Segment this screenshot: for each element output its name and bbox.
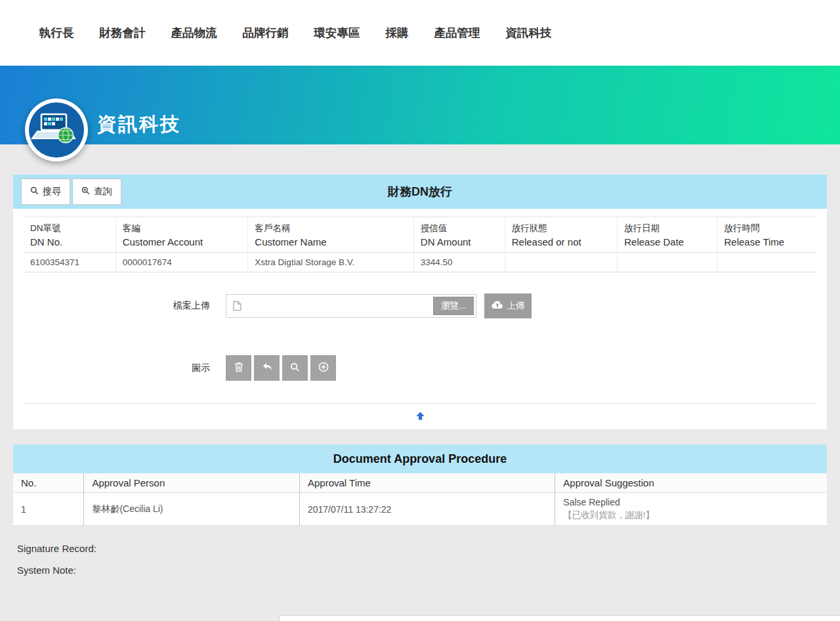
cloud-upload-icon xyxy=(492,301,503,311)
approval-row: 1 黎林齡(Cecilia Li) 2017/07/11 13:27:22 Sa… xyxy=(13,493,827,526)
dn-table-header-row: DN單號DN No. 客編Customer Account 客戶名稱Custom… xyxy=(24,217,816,253)
back-to-top-button[interactable] xyxy=(409,408,432,425)
query-button-label: 查詢 xyxy=(94,186,112,198)
page: 執行長 財務會計 產品物流 品牌行銷 環安專區 採購 產品管理 資訊科技 xyxy=(0,0,840,621)
arrow-up-icon xyxy=(415,413,425,423)
file-upload-row: 檔案上傳 瀏覽... 上傳 xyxy=(24,293,816,318)
column-header-approval-suggestion: Approval Suggestion xyxy=(555,473,827,493)
approval-panel: Document Approval Procedure No. Approval… xyxy=(13,444,827,526)
cell-release-date xyxy=(618,253,717,272)
approval-panel-title: Document Approval Procedure xyxy=(13,444,827,473)
cell-dn-amount: 3344.50 xyxy=(413,253,505,272)
column-header-release-date: 放行日期Release Date xyxy=(618,217,717,253)
column-header-released: 放行狀態Released or not xyxy=(505,217,618,253)
nav-item-it[interactable]: 資訊科技 xyxy=(506,25,552,41)
column-header-approval-person: Approval Person xyxy=(84,473,300,493)
header-button-group: 搜尋 查詢 xyxy=(21,179,121,205)
panel-footer xyxy=(24,403,816,429)
upload-button[interactable]: 上傳 xyxy=(484,293,532,318)
dn-table-row: 6100354371 0000017674 Xstra Digtial Stor… xyxy=(24,253,816,272)
undo-button[interactable] xyxy=(254,355,280,381)
cell-customer-name: Xstra Digtial Storage B.V. xyxy=(248,253,413,272)
column-header-dn-amount: 授信值DN Amount xyxy=(413,217,505,253)
icon-button-group xyxy=(226,355,336,381)
nav-item-ceo[interactable]: 執行長 xyxy=(39,25,74,41)
nav-item-procurement[interactable]: 採購 xyxy=(386,25,409,41)
column-header-approval-time: Approval Time xyxy=(299,473,555,493)
icons-row: 圖示 xyxy=(24,355,816,381)
system-note-label: System Note: xyxy=(17,565,840,576)
upload-button-label: 上傳 xyxy=(507,300,525,312)
icons-label: 圖示 xyxy=(24,362,226,374)
cell-released xyxy=(505,253,618,272)
suggestion-line2: 【已收到貨款，謝謝!】 xyxy=(563,509,819,521)
zoom-in-icon xyxy=(81,186,90,197)
signature-record-label: Signature Record: xyxy=(17,543,840,554)
nav-item-product-management[interactable]: 產品管理 xyxy=(434,25,480,41)
column-header-dn-no: DN單號DN No. xyxy=(24,217,116,253)
dn-panel-header: 搜尋 查詢 財務DN放行 xyxy=(13,175,827,209)
top-navigation: 執行長 財務會計 產品物流 品牌行銷 環安專區 採購 產品管理 資訊科技 xyxy=(0,0,840,66)
bottom-strip xyxy=(279,615,840,621)
undo-arrow-icon xyxy=(262,362,272,374)
file-upload-box[interactable]: 瀏覽... xyxy=(226,294,476,318)
browse-button[interactable]: 瀏覽... xyxy=(433,297,474,315)
dn-release-panel: 搜尋 查詢 財務DN放行 DN單號DN No. xyxy=(13,175,827,429)
column-header-customer-account: 客編Customer Account xyxy=(116,217,248,253)
dn-table: DN單號DN No. 客編Customer Account 客戶名稱Custom… xyxy=(24,217,816,272)
nav-item-ehs[interactable]: 環安專區 xyxy=(314,25,360,41)
laptop-globe-icon xyxy=(24,97,89,163)
plus-circle-icon xyxy=(318,362,329,374)
add-button[interactable] xyxy=(310,355,336,381)
cell-approval-time: 2017/07/11 13:27:22 xyxy=(299,493,555,526)
column-header-release-time: 放行時間Release Time xyxy=(717,217,816,253)
cell-no: 1 xyxy=(13,493,84,526)
footer-notes: Signature Record: System Note: xyxy=(17,543,840,576)
cell-customer-account: 0000017674 xyxy=(116,253,248,272)
query-button[interactable]: 查詢 xyxy=(72,179,121,205)
cell-release-time xyxy=(717,253,816,272)
magnify-button[interactable] xyxy=(282,355,308,381)
cell-approval-suggestion: Salse Replied 【已收到貨款，謝謝!】 xyxy=(555,493,827,526)
banner: 資訊科技 xyxy=(0,66,840,144)
file-icon xyxy=(233,301,242,311)
search-button[interactable]: 搜尋 xyxy=(21,179,70,205)
cell-approval-person: 黎林齡(Cecilia Li) xyxy=(84,493,300,526)
delete-button[interactable] xyxy=(226,355,251,381)
search-button-label: 搜尋 xyxy=(43,186,61,198)
dn-panel-body: DN單號DN No. 客編Customer Account 客戶名稱Custom… xyxy=(13,209,827,429)
approval-table: No. Approval Person Approval Time Approv… xyxy=(13,473,827,526)
dn-panel-title: 財務DN放行 xyxy=(13,184,827,200)
nav-item-product-logistics[interactable]: 產品物流 xyxy=(171,25,217,41)
trash-icon xyxy=(234,362,243,374)
cell-dn-no: 6100354371 xyxy=(24,253,116,272)
column-header-no: No. xyxy=(13,473,84,493)
column-header-customer-name: 客戶名稱Customer Name xyxy=(248,217,413,253)
banner-title: 資訊科技 xyxy=(97,112,181,138)
magnifier-icon xyxy=(290,362,300,374)
nav-item-finance-accounting[interactable]: 財務會計 xyxy=(100,25,146,41)
search-icon xyxy=(30,186,39,197)
it-department-logo xyxy=(24,97,89,163)
file-upload-label: 檔案上傳 xyxy=(24,300,226,312)
nav-item-brand-marketing[interactable]: 品牌行銷 xyxy=(243,25,289,41)
suggestion-line1: Salse Replied xyxy=(563,497,819,507)
approval-header-row: No. Approval Person Approval Time Approv… xyxy=(13,473,827,493)
